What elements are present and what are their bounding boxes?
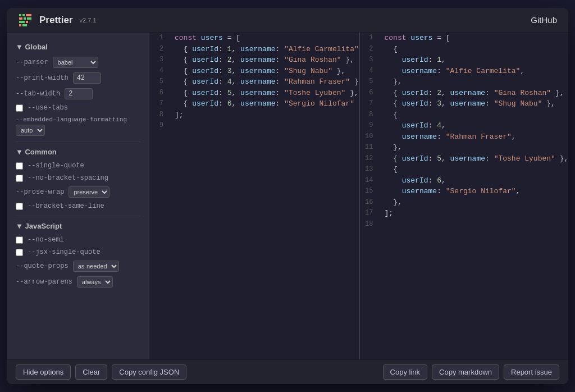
embedded-label: --embedded-language-formatting xyxy=(16,116,140,123)
svg-rect-2 xyxy=(26,14,31,16)
github-link[interactable]: GitHub xyxy=(531,15,557,25)
line-num: 7 xyxy=(360,98,380,110)
svg-rect-8 xyxy=(19,24,21,26)
tab-width-input[interactable] xyxy=(65,88,93,99)
svg-rect-0 xyxy=(19,14,21,16)
prose-wrap-label: --prose-wrap xyxy=(16,188,64,196)
input-editor[interactable]: 1const users = [ 2 { userId: 1, username… xyxy=(150,33,359,359)
line-num: 15 xyxy=(360,186,380,197)
use-tabs-checkbox[interactable] xyxy=(16,104,23,112)
common-section-header[interactable]: ▼ Common xyxy=(16,148,140,156)
quote-props-label: --quote-props xyxy=(16,262,69,270)
code-line: 6 { userId: 5, username: "Toshe Lyuben" … xyxy=(150,88,359,99)
line-num: 11 xyxy=(360,142,380,153)
line-code xyxy=(170,120,179,130)
bracket-same-line-row: --bracket-same-line xyxy=(16,202,140,210)
line-num: 14 xyxy=(360,175,380,186)
line-code: { userId: 3, username: "Shug Nabu" }, xyxy=(170,66,350,77)
svg-rect-7 xyxy=(26,21,28,23)
line-num: 5 xyxy=(150,76,170,88)
line-num: 17 xyxy=(360,208,380,219)
clear-button[interactable]: Clear xyxy=(75,364,107,380)
javascript-section-label: ▼ JavaScript xyxy=(16,222,62,230)
print-width-label: --print-width xyxy=(16,74,69,82)
code-line: 3 { userId: 2, username: "Gina Roshan" }… xyxy=(150,54,359,66)
line-code: { userId: 2, username: "Gina Roshan" }, xyxy=(170,54,359,66)
line-code: username: "Sergio Nilofar", xyxy=(380,186,525,197)
code-line: 1const users = [ xyxy=(360,33,569,44)
line-code: userId: 1, xyxy=(380,54,450,66)
code-line: 7 { userId: 6, username: "Sergio Nilofar… xyxy=(150,98,359,110)
arrow-parens-row: --arrow-parens always avoid xyxy=(16,276,140,288)
code-line: 9 xyxy=(150,120,359,130)
bottom-bar-right: Copy link Copy markdown Report issue xyxy=(383,364,559,380)
code-line: 17]; xyxy=(360,208,569,219)
code-line: 10 username: "Rahman Fraser", xyxy=(360,131,569,143)
embedded-row: --embedded-language-formatting auto off xyxy=(16,116,140,136)
app-version: v2.7.1 xyxy=(80,17,97,24)
line-num: 4 xyxy=(150,66,170,77)
jsx-single-quote-checkbox[interactable] xyxy=(16,249,23,256)
code-line: 6 { userId: 2, username: "Gina Roshan" }… xyxy=(360,88,569,99)
line-code: { xyxy=(380,110,402,121)
embedded-select[interactable]: auto off xyxy=(16,125,45,136)
line-num: 8 xyxy=(150,110,170,121)
no-bracket-spacing-checkbox[interactable] xyxy=(16,175,23,182)
prettier-logo xyxy=(18,12,34,28)
line-num: 3 xyxy=(150,54,170,66)
line-num: 1 xyxy=(360,33,380,44)
copy-link-button[interactable]: Copy link xyxy=(383,364,427,380)
line-code: }, xyxy=(380,76,407,88)
line-num: 4 xyxy=(360,66,380,77)
code-line: 13 { xyxy=(360,164,569,175)
single-quote-checkbox[interactable] xyxy=(16,162,23,170)
sidebar: ▼ Global --parser babel typescript json … xyxy=(7,33,150,359)
copy-markdown-button[interactable]: Copy markdown xyxy=(432,364,499,380)
line-code: { userId: 5, username: "Toshe Lyuben" }, xyxy=(380,153,569,165)
line-code: userId: 4, xyxy=(380,120,450,131)
line-code: ]; xyxy=(380,208,398,219)
common-section-label: ▼ Common xyxy=(16,148,57,156)
code-line: 16 }, xyxy=(360,197,569,208)
jsx-single-quote-row: --jsx-single-quote xyxy=(16,248,140,256)
quote-props-select[interactable]: as-needed consistent preserve xyxy=(73,261,119,272)
global-section-header[interactable]: ▼ Global xyxy=(16,43,140,51)
code-line: 18 xyxy=(360,219,569,229)
no-semi-label: --no-semi xyxy=(28,236,64,244)
code-line: 2 { xyxy=(360,44,569,55)
main-window: Prettier v2.7.1 GitHub ▼ Global --parser… xyxy=(7,8,568,384)
hide-options-button[interactable]: Hide options xyxy=(16,364,71,380)
line-num: 3 xyxy=(360,54,380,66)
print-width-input[interactable] xyxy=(73,72,101,84)
tab-width-label: --tab-width xyxy=(16,90,60,98)
prose-wrap-row: --prose-wrap preserve always never xyxy=(16,186,140,198)
copy-config-button[interactable]: Copy config JSON xyxy=(112,364,186,380)
line-code: username: "Rahman Fraser", xyxy=(380,131,521,143)
code-line: 8 { xyxy=(360,110,569,121)
divider-1 xyxy=(16,142,140,142)
bracket-same-line-checkbox[interactable] xyxy=(16,203,23,210)
parser-select[interactable]: babel typescript json css html markdown xyxy=(53,57,98,68)
line-num: 9 xyxy=(150,120,170,130)
svg-rect-5 xyxy=(27,17,31,20)
javascript-section-header[interactable]: ▼ JavaScript xyxy=(16,222,140,230)
code-line: 14 userId: 6, xyxy=(360,175,569,186)
no-bracket-spacing-row: --no-bracket-spacing xyxy=(16,174,140,182)
report-issue-button[interactable]: Report issue xyxy=(504,364,559,380)
code-line: 5 { userId: 4, username: "Rahman Fraser"… xyxy=(150,76,359,88)
arrow-parens-label: --arrow-parens xyxy=(16,278,72,286)
bottom-bar: Hide options Clear Copy config JSON Copy… xyxy=(7,359,568,384)
quote-props-row: --quote-props as-needed consistent prese… xyxy=(16,261,140,272)
svg-rect-4 xyxy=(24,17,26,20)
prose-wrap-select[interactable]: preserve always never xyxy=(69,186,109,198)
arrow-parens-select[interactable]: always avoid xyxy=(77,276,113,288)
line-num: 12 xyxy=(360,153,380,165)
single-quote-label: --single-quote xyxy=(28,162,84,170)
line-code: const users = [ xyxy=(380,33,455,44)
svg-rect-6 xyxy=(19,21,25,23)
line-num: 7 xyxy=(150,98,170,110)
no-semi-checkbox[interactable] xyxy=(16,236,23,244)
main-content: ▼ Global --parser babel typescript json … xyxy=(7,33,568,359)
line-code: userId: 6, xyxy=(380,175,450,186)
code-line: 15 username: "Sergio Nilofar", xyxy=(360,186,569,197)
